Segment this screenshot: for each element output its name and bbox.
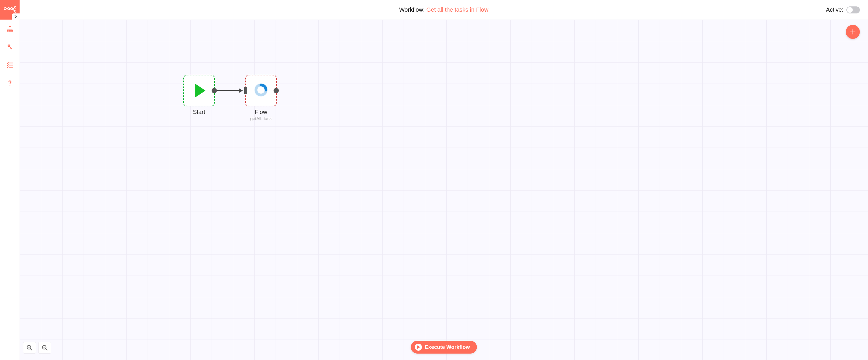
svg-line-21 (30, 349, 32, 350)
node-flow-subtitle: getAll: task (250, 116, 272, 121)
sidebar-item-workflows[interactable] (0, 20, 20, 38)
node-flow[interactable]: Flow getAll: task (245, 75, 277, 121)
key-icon (7, 43, 13, 50)
node-flow-input-port[interactable] (244, 87, 247, 94)
zoom-out-icon (41, 345, 48, 351)
header: Workflow: Get all the tasks in Flow Acti… (20, 0, 868, 20)
sidebar-items (0, 20, 20, 92)
question-icon (7, 80, 13, 86)
node-start-output-port[interactable] (212, 88, 217, 93)
main-area: Workflow: Get all the tasks in Flow Acti… (20, 0, 868, 360)
node-start-label: Start (193, 109, 205, 116)
active-toggle[interactable] (846, 6, 860, 13)
sidebar-item-help[interactable] (0, 74, 20, 92)
n8n-logo-icon (3, 6, 17, 14)
edge-start-to-flow[interactable] (217, 90, 242, 91)
node-start-box[interactable] (183, 75, 215, 106)
zoom-out-button[interactable] (38, 342, 51, 354)
play-circle-icon (415, 343, 422, 351)
svg-point-0 (4, 7, 6, 9)
zoom-in-button[interactable] (23, 342, 36, 354)
sitemap-icon (7, 25, 13, 32)
svg-rect-10 (11, 30, 13, 32)
node-layer: Start Flow getAll: task (20, 20, 868, 360)
node-flow-output-port[interactable] (274, 88, 279, 93)
checklist-icon (7, 62, 13, 68)
zoom-in-icon (26, 345, 33, 351)
workflow-title-prefix: Workflow: (399, 6, 426, 13)
sidebar-expand-button[interactable] (12, 13, 20, 20)
node-flow-label: Flow (255, 109, 267, 116)
flow-app-icon (254, 83, 268, 98)
execute-workflow-button[interactable]: Execute Workflow (411, 341, 477, 354)
sidebar-item-credentials[interactable] (0, 38, 20, 56)
svg-rect-8 (7, 30, 8, 32)
app-logo[interactable] (0, 0, 20, 20)
header-right: Active: (826, 0, 860, 20)
toggle-knob (847, 7, 853, 13)
workflow-canvas[interactable]: Start Flow getAll: task (20, 20, 868, 360)
play-icon (195, 84, 206, 98)
execute-workflow-label: Execute Workflow (425, 344, 470, 350)
svg-point-6 (14, 6, 16, 8)
svg-rect-9 (9, 30, 11, 32)
sidebar (0, 0, 20, 360)
chevron-right-icon (14, 15, 17, 18)
zoom-controls (23, 342, 51, 354)
svg-rect-7 (9, 26, 11, 27)
svg-point-19 (9, 85, 10, 86)
svg-line-25 (45, 349, 48, 350)
workflow-title-name[interactable]: Get all the tasks in Flow (426, 6, 488, 13)
active-label: Active: (826, 6, 843, 13)
sidebar-item-executions[interactable] (0, 56, 20, 74)
workflow-title: Workflow: Get all the tasks in Flow (399, 6, 488, 13)
node-flow-box[interactable] (245, 75, 277, 106)
node-start[interactable]: Start (183, 75, 215, 116)
